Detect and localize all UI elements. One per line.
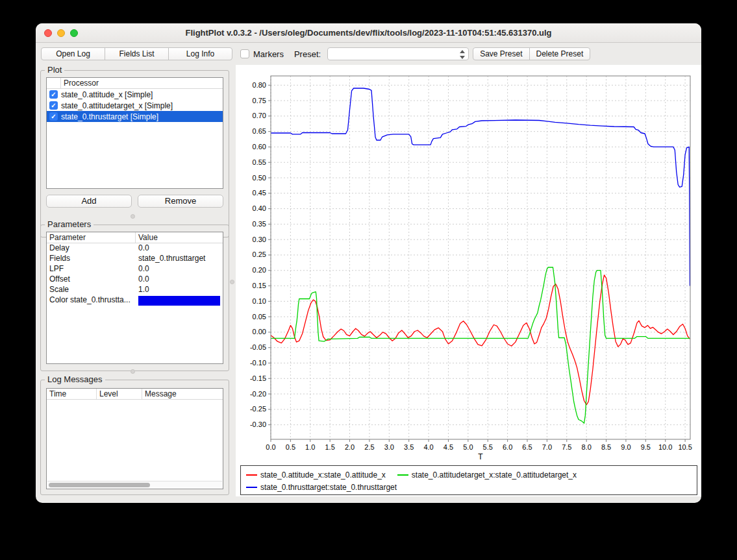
svg-text:0.25: 0.25 bbox=[253, 250, 266, 258]
svg-text:9.5: 9.5 bbox=[641, 443, 651, 451]
log-table-header[interactable]: Time Level Message bbox=[47, 389, 223, 400]
value-column-header[interactable]: Value bbox=[136, 232, 223, 243]
svg-text:0.75: 0.75 bbox=[253, 97, 266, 104]
color-swatch[interactable] bbox=[138, 296, 220, 306]
svg-text:4.5: 4.5 bbox=[443, 443, 453, 451]
svg-text:10.5: 10.5 bbox=[678, 443, 692, 451]
svg-text:0.70: 0.70 bbox=[253, 112, 266, 119]
parameter-value: 0.0 bbox=[136, 274, 223, 285]
save-preset-button[interactable]: Save Preset bbox=[473, 47, 529, 60]
parameter-row[interactable]: Offset0.0 bbox=[47, 274, 223, 285]
svg-text:-0.30: -0.30 bbox=[250, 420, 266, 428]
remove-button[interactable]: Remove bbox=[138, 195, 223, 208]
svg-text:6.5: 6.5 bbox=[522, 443, 532, 451]
title-bar[interactable]: FlightPlot v.0.3.2 - /Users/oleg/Documen… bbox=[36, 23, 701, 43]
legend-label: state_0.attitudetarget_x:state_0.attitud… bbox=[412, 470, 577, 480]
splitter-handle-icon[interactable] bbox=[230, 280, 234, 284]
legend-line-icon bbox=[246, 474, 257, 476]
splitter-handle-icon[interactable] bbox=[131, 369, 135, 374]
parameter-row[interactable]: Color state_0.thrustta... bbox=[47, 295, 223, 306]
svg-text:5.0: 5.0 bbox=[463, 443, 473, 451]
svg-text:0.65: 0.65 bbox=[253, 127, 266, 135]
svg-text:1.0: 1.0 bbox=[305, 443, 315, 451]
svg-text:0.0: 0.0 bbox=[266, 443, 275, 451]
open-log-button[interactable]: Open Log bbox=[41, 47, 105, 60]
svg-text:0.45: 0.45 bbox=[253, 189, 266, 197]
preset-combobox[interactable] bbox=[327, 47, 469, 60]
plot-area[interactable] bbox=[271, 76, 690, 439]
plot-list-item[interactable]: ✓state_0.thrusttarget [Simple] bbox=[47, 111, 223, 122]
svg-text:8.0: 8.0 bbox=[582, 443, 592, 451]
delete-preset-button[interactable]: Delete Preset bbox=[529, 47, 591, 60]
svg-text:0.05: 0.05 bbox=[253, 313, 266, 321]
svg-text:0.40: 0.40 bbox=[253, 204, 266, 212]
parameter-value: 1.0 bbox=[136, 285, 223, 295]
svg-text:3.0: 3.0 bbox=[384, 443, 394, 451]
checkbox-checked-icon[interactable]: ✓ bbox=[49, 101, 58, 110]
svg-text:1.5: 1.5 bbox=[325, 443, 335, 451]
parameter-name: Delay bbox=[47, 243, 136, 254]
log-info-button[interactable]: Log Info bbox=[168, 47, 232, 60]
plot-list-item[interactable]: ✓state_0.attitudetarget_x [Simple] bbox=[47, 100, 223, 111]
scrollbar-thumb[interactable] bbox=[49, 483, 150, 487]
message-column-header[interactable]: Message bbox=[142, 389, 223, 399]
time-column-header[interactable]: Time bbox=[47, 389, 97, 399]
add-button[interactable]: Add bbox=[46, 195, 132, 208]
toolbar: Open Log Fields List Log Info Markers Pr… bbox=[36, 43, 701, 64]
parameter-name: Color state_0.thrustta... bbox=[47, 295, 136, 306]
svg-text:7.5: 7.5 bbox=[562, 443, 571, 451]
log-button-group: Open Log Fields List Log Info bbox=[41, 47, 232, 60]
splitter-handle-icon[interactable] bbox=[131, 214, 135, 219]
svg-text:0.15: 0.15 bbox=[253, 282, 266, 289]
horizontal-scrollbar[interactable] bbox=[47, 481, 222, 488]
parameters-table-header[interactable]: Parameter Value bbox=[47, 232, 223, 243]
parameters-panel: Parameters Parameter Value Delay0.0Field… bbox=[40, 225, 229, 371]
plot-list-header[interactable]: Processor bbox=[47, 78, 223, 89]
svg-text:0.00: 0.00 bbox=[253, 328, 266, 335]
svg-text:-0.25: -0.25 bbox=[250, 405, 266, 413]
parameter-name: Scale bbox=[47, 285, 136, 295]
preset-label: Preset: bbox=[294, 49, 321, 59]
plot-panel: Plot Processor ✓state_0.attitude_x [Simp… bbox=[40, 70, 229, 237]
svg-text:0.55: 0.55 bbox=[253, 158, 266, 166]
log-messages-table[interactable]: Time Level Message bbox=[46, 388, 223, 489]
vertical-splitter[interactable] bbox=[229, 64, 235, 496]
legend-label: state_0.thrusttarget:state_0.thrusttarge… bbox=[260, 483, 397, 492]
svg-text:-0.05: -0.05 bbox=[250, 343, 266, 351]
svg-text:2.5: 2.5 bbox=[364, 443, 374, 451]
plot-list[interactable]: Processor ✓state_0.attitude_x [Simple]✓s… bbox=[46, 77, 223, 189]
checkbox-checked-icon[interactable]: ✓ bbox=[49, 112, 58, 121]
svg-text:-0.10: -0.10 bbox=[250, 359, 266, 367]
legend-item: state_0.attitude_x:state_0.attitude_x bbox=[246, 470, 386, 480]
parameter-name: Fields bbox=[47, 254, 136, 264]
parameter-value: 0.0 bbox=[136, 243, 223, 254]
parameter-value: state_0.thrusttarget bbox=[136, 254, 223, 264]
combobox-stepper-icon[interactable] bbox=[459, 49, 466, 60]
chart-panel[interactable]: 0.00.51.01.52.02.53.03.54.04.55.05.56.06… bbox=[236, 65, 701, 496]
parameter-column-header[interactable]: Parameter bbox=[47, 232, 136, 243]
parameter-row[interactable]: Delay0.0 bbox=[47, 243, 223, 254]
fields-list-button[interactable]: Fields List bbox=[105, 47, 169, 60]
checkbox-checked-icon[interactable]: ✓ bbox=[49, 90, 58, 99]
markers-checkbox[interactable] bbox=[240, 49, 249, 58]
legend-label: state_0.attitude_x:state_0.attitude_x bbox=[260, 470, 386, 480]
window-title: FlightPlot v.0.3.2 - /Users/oleg/Documen… bbox=[36, 23, 701, 43]
parameter-row[interactable]: Fieldsstate_0.thrusttarget bbox=[47, 254, 223, 264]
level-column-header[interactable]: Level bbox=[97, 389, 142, 399]
plot-list-item[interactable]: ✓state_0.attitude_x [Simple] bbox=[47, 89, 223, 100]
parameter-row[interactable]: Scale1.0 bbox=[47, 285, 223, 295]
svg-text:0.20: 0.20 bbox=[253, 266, 266, 274]
markers-label: Markers bbox=[253, 49, 284, 59]
parameters-table[interactable]: Parameter Value Delay0.0Fieldsstate_0.th… bbox=[46, 232, 223, 364]
flight-plot-chart[interactable]: 0.00.51.01.52.02.53.03.54.04.55.05.56.06… bbox=[236, 65, 701, 463]
parameter-row[interactable]: LPF0.0 bbox=[47, 264, 223, 274]
svg-text:5.5: 5.5 bbox=[483, 443, 493, 451]
preset-button-group: Save Preset Delete Preset bbox=[473, 47, 590, 60]
log-messages-panel: Log Messages Time Level Message bbox=[40, 380, 229, 495]
svg-text:0.10: 0.10 bbox=[253, 297, 266, 305]
svg-text:-0.15: -0.15 bbox=[250, 374, 266, 382]
processor-column-header[interactable]: Processor bbox=[61, 79, 99, 88]
parameter-name: LPF bbox=[47, 264, 136, 274]
svg-text:4.0: 4.0 bbox=[423, 443, 433, 451]
svg-text:0.30: 0.30 bbox=[253, 236, 266, 243]
